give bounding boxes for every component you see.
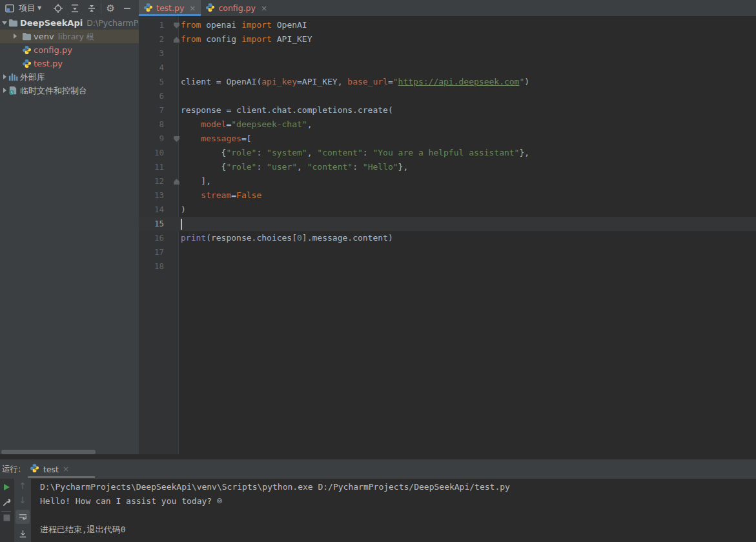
chevron-right-icon[interactable] xyxy=(1,87,8,94)
chevron-right-icon[interactable] xyxy=(1,74,8,80)
scroll-to-end-icon[interactable] xyxy=(15,527,30,541)
close-icon[interactable]: × xyxy=(63,465,69,474)
stop-button[interactable] xyxy=(3,514,10,521)
code-line-4: 4 xyxy=(139,61,756,75)
soft-wrap-icon[interactable] xyxy=(15,510,30,524)
python-icon xyxy=(22,59,32,68)
tree-item-label: test.py xyxy=(34,57,63,70)
edit-configuration-wrench-icon[interactable] xyxy=(1,497,12,507)
code-text: from openai import OpenAI xyxy=(181,18,307,32)
code-line-15: 15 xyxy=(139,217,756,231)
code-token: ], xyxy=(181,176,211,186)
code-token: client = OpenAI( xyxy=(181,77,261,86)
code-token: "deepseek-chat" xyxy=(231,119,307,129)
code-token: =API_KEY, xyxy=(297,77,347,86)
chevron-down-icon[interactable] xyxy=(1,19,8,26)
python-icon xyxy=(30,463,39,475)
code-text: stream=False xyxy=(181,188,261,203)
line-number: 11 xyxy=(139,160,164,174)
editor-tab-bar: test.py×config.py× xyxy=(139,0,756,16)
active-run-tab-underline xyxy=(28,476,95,478)
console-line: D:\PycharmProjects\DeepSeekApi\venv\Scri… xyxy=(40,480,510,494)
code-token: : xyxy=(256,148,267,157)
close-icon[interactable]: × xyxy=(259,4,267,13)
panel-splitter[interactable] xyxy=(0,454,756,459)
tree-item-venv[interactable]: venvlibrary 根 xyxy=(0,30,139,43)
project-panel-header: 项目 ▼ ⚙ xyxy=(0,0,139,16)
up-stack-trace-icon[interactable]: ↑ xyxy=(17,481,28,491)
code-line-8: 8 model="deepseek-chat", xyxy=(139,117,756,132)
code-token: ) xyxy=(181,205,186,214)
chevron-right-icon[interactable] xyxy=(12,33,18,39)
run-console: ↑ ↓ D:\PycharmProjects\DeepSeekApi\venv\… xyxy=(0,479,756,542)
code-line-7: 7response = client.chat.completions.crea… xyxy=(139,103,756,117)
code-token: , xyxy=(307,119,312,129)
fold-marker-down[interactable] xyxy=(174,136,179,142)
project-tree-rows: DeepSeekApiD:\PycharmProjevenvlibrary 根c… xyxy=(0,16,139,97)
code-line-13: 13 stream=False xyxy=(139,188,756,203)
code-token: "You are a helpful assistant" xyxy=(373,148,519,157)
expand-all-icon[interactable] xyxy=(68,2,81,15)
locate-file-icon[interactable] xyxy=(52,2,65,15)
code-line-3: 3 xyxy=(139,46,756,61)
editor-tab-test.py[interactable]: test.py× xyxy=(139,0,201,16)
code-token: api_key xyxy=(261,77,297,86)
code-line-16: 16print(response.choices[0].message.cont… xyxy=(139,231,756,245)
text-caret xyxy=(181,219,182,230)
rerun-button[interactable] xyxy=(2,483,11,492)
code-text: messages=[ xyxy=(181,132,252,146)
project-tool-window-icon[interactable] xyxy=(3,2,16,15)
code-editor[interactable]: 1from openai import OpenAI2from config i… xyxy=(139,16,756,454)
tree-item-外部库[interactable]: 外部库 xyxy=(0,70,139,84)
line-number: 2 xyxy=(139,32,164,46)
line-number: 13 xyxy=(139,188,164,203)
code-token: = xyxy=(231,190,236,200)
editor-tab-config.py[interactable]: config.py× xyxy=(201,0,272,16)
code-text: {"role": "system", "content": "You are a… xyxy=(181,146,529,160)
code-token: False xyxy=(236,190,261,200)
code-token xyxy=(181,190,201,200)
run-tab-test[interactable]: test × xyxy=(26,461,73,477)
code-line-6: 6 xyxy=(139,89,756,103)
code-token: : xyxy=(256,162,267,172)
code-line-18: 18 xyxy=(139,259,756,274)
chevron-down-icon[interactable]: ▼ xyxy=(37,5,41,11)
code-line-5: 5client = OpenAI(api_key=API_KEY, base_u… xyxy=(139,75,756,89)
tree-item-test.py[interactable]: test.py xyxy=(0,57,139,70)
code-token: { xyxy=(181,148,226,157)
down-stack-trace-icon[interactable]: ↓ xyxy=(17,495,28,505)
code-token: , xyxy=(297,162,307,172)
close-icon[interactable]: × xyxy=(187,4,196,13)
console-line xyxy=(40,508,510,523)
collapse-all-icon[interactable] xyxy=(85,2,98,15)
fold-marker-down[interactable] xyxy=(174,23,179,28)
code-token: , xyxy=(307,148,318,157)
libs-icon xyxy=(8,72,18,82)
horizontal-scrollbar-thumb[interactable] xyxy=(1,450,96,454)
tab-label: test.py xyxy=(156,3,184,13)
code-token: from xyxy=(181,34,201,44)
run-toolbar-left xyxy=(0,479,13,542)
tree-item-label: config.py xyxy=(34,43,72,57)
code-token: ) xyxy=(524,77,529,86)
run-toolbar-right: ↑ ↓ xyxy=(14,479,31,542)
code-line-2: 2from config import API_KEY xyxy=(139,32,756,46)
line-number: 15 xyxy=(139,217,164,231)
code-token: model xyxy=(201,119,226,129)
line-number: 9 xyxy=(139,132,164,146)
fold-marker-up[interactable] xyxy=(174,37,179,43)
tree-item-临时文件和控制台[interactable]: 临时文件和控制台 xyxy=(0,84,139,97)
code-text: ) xyxy=(181,203,186,217)
toolbar-separator xyxy=(1,511,11,512)
tree-item-config.py[interactable]: config.py xyxy=(0,43,139,57)
code-token: import xyxy=(241,34,272,44)
tree-item-DeepSeekApi[interactable]: DeepSeekApiD:\PycharmProje xyxy=(0,16,139,30)
code-text: {"role": "user", "content": "Hello"}, xyxy=(181,160,408,174)
line-number: 8 xyxy=(139,117,164,132)
settings-gear-icon[interactable]: ⚙ xyxy=(104,2,117,15)
fold-marker-up[interactable] xyxy=(174,179,179,185)
hide-panel-icon[interactable] xyxy=(121,2,134,15)
code-line-10: 10 {"role": "system", "content": "You ar… xyxy=(139,146,756,160)
code-token: stream xyxy=(201,190,231,200)
project-view-label[interactable]: 项目 xyxy=(19,3,36,14)
